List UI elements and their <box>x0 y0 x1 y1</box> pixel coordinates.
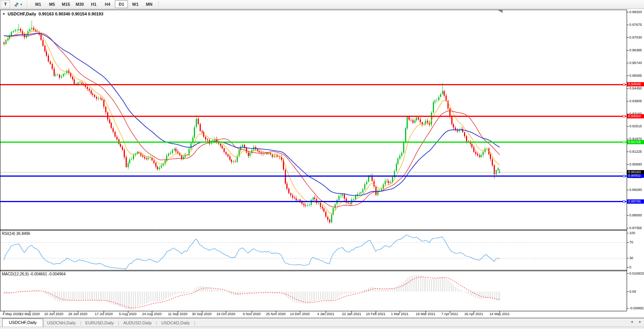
status-strip <box>0 327 644 329</box>
price-axis-tick: 0.94450 <box>629 86 642 90</box>
chart-title: ▼ USDCHF,Daily 0.90163 0.90340 0.90154 0… <box>2 12 103 16</box>
chart-tabs: USDCHF,DailyUSDCNH,Daily|EURUSD,Daily|AU… <box>0 319 195 327</box>
timeframe-button-w1[interactable]: W1 <box>129 0 142 8</box>
price-axis-tick: 0.98320 <box>629 10 642 14</box>
macd-axis-tick: 0.010933 <box>629 272 644 275</box>
current-price-badge: 0.90193 <box>627 170 644 174</box>
rsi-axis-tick: 100 <box>629 231 635 235</box>
tab-scroll-controls: ◄ ► <box>630 320 642 324</box>
hline-price-badge: 0.93024 <box>627 114 644 118</box>
date-axis-label: 11 Sep 2020 <box>168 312 187 316</box>
toolbar: T ▾ M1M5M15M30H1H4D1W1MN <box>0 0 644 9</box>
dropdown-caret-icon: ▾ <box>20 3 22 6</box>
price-axis-tick: 0.93805 <box>629 99 642 103</box>
toolbar-grip <box>27 1 29 7</box>
macd-axis-tick: 0.00 <box>629 290 636 294</box>
date-axis-label: 22 Jan 2021 <box>342 312 362 316</box>
date-axis-label: 1 Mar 2021 <box>391 312 409 316</box>
date-axis-label: 14 May 2021 <box>489 312 509 316</box>
date-axis-label: 30 Sep 2020 <box>192 312 212 316</box>
date-axis-label: 29 Jun 2020 <box>68 312 87 316</box>
toolbar-separator <box>158 1 159 8</box>
date-axis-label: 25 Nov 2020 <box>266 312 286 316</box>
price-axis-tick: 0.87355 <box>629 226 642 230</box>
price-axis-tick: 0.97675 <box>629 23 642 27</box>
price-axis-tick: 0.88000 <box>629 213 642 217</box>
rsi-axis-tick: 0 <box>629 265 631 269</box>
timeframe-button-h1[interactable]: H1 <box>87 0 100 8</box>
timeframe-button-m5[interactable]: M5 <box>45 0 59 8</box>
date-axis-label: 6 Nov 2020 <box>243 312 261 316</box>
date-axis-label: 26 Apr 2021 <box>464 312 483 316</box>
hline-price-badge: 0.91718 <box>627 140 644 144</box>
arrows-icon <box>13 2 20 7</box>
date-axis-label: 14 Dec 2020 <box>290 312 309 316</box>
timeframe-button-h4[interactable]: H4 <box>101 0 114 8</box>
rsi-indicator-label: RSI(14) 36.8496 <box>2 231 30 236</box>
hline-price-badge: 0.90002 <box>627 174 644 178</box>
date-axis-label: 24 Aug 2020 <box>142 312 162 316</box>
price-axis-tick: 0.97030 <box>629 35 642 39</box>
hline-price-badge: 0.88706 <box>627 199 644 204</box>
hline-price-badge: 0.94648 <box>627 82 644 86</box>
price-axis-tick: 0.95095 <box>629 74 642 78</box>
timeframe-button-d1[interactable]: D1 <box>115 0 128 8</box>
timeframe-button-m1[interactable]: M1 <box>32 0 45 8</box>
date-axis-label: 4 Jan 2021 <box>317 312 335 316</box>
date-axis-label: 19 Oct 2020 <box>216 312 235 316</box>
macd-indicator-label: MACD(12,26,9) -0.004661 -0.004964 <box>2 272 66 276</box>
arrows-tool-button[interactable]: ▾ <box>11 0 25 8</box>
timeframe-button-m15[interactable]: M15 <box>59 0 72 8</box>
chart-shift-marker-icon[interactable] <box>498 10 503 13</box>
timeframe-button-m30[interactable]: M30 <box>73 0 86 8</box>
chart-tab-usdchf[interactable]: USDCHF,Daily <box>2 319 43 327</box>
chart-tab-usdcnh[interactable]: USDCNH,Daily <box>43 319 80 327</box>
price-axis-tick: 0.89290 <box>629 188 642 192</box>
chart-symbol-label: USDCHF,Daily <box>8 12 36 16</box>
date-axis-label: 10 Feb 2021 <box>366 312 386 316</box>
chart-tab-usdcad[interactable]: USDCAD,Daily <box>157 319 193 327</box>
symbol-menu-icon[interactable]: ▼ <box>2 12 5 16</box>
date-axis-label: 22 May 2020 <box>20 312 40 316</box>
timeframe-button-mn[interactable]: MN <box>143 0 156 8</box>
chart-ohlc-values: 0.90163 0.90340 0.90154 0.90193 <box>39 12 103 16</box>
price-axis-tick: 0.92515 <box>629 124 642 128</box>
price-axis-tick: 0.96385 <box>629 48 642 52</box>
text-tool-button[interactable]: T <box>1 0 10 8</box>
date-axis-label: 5 Aug 2020 <box>119 312 137 316</box>
rsi-axis-tick: 30 <box>629 256 633 260</box>
price-axis-tick: 0.95740 <box>629 61 642 65</box>
chart-tab-eurusd[interactable]: EURUSD,Daily <box>81 319 118 327</box>
tab-scroll-right-icon[interactable]: ► <box>639 320 642 324</box>
date-axis-label: 7 Apr 2021 <box>441 312 458 316</box>
tab-scroll-left-icon[interactable]: ◄ <box>630 320 633 324</box>
date-axis-label: 4 May 2020 <box>2 312 20 316</box>
chart-tab-bar: USDCHF,DailyUSDCNH,Daily|EURUSD,Daily|AU… <box>0 318 644 327</box>
price-axis-tick: 0.91225 <box>629 150 642 154</box>
timeframe-group: M1M5M15M30H1H4D1W1MN <box>32 0 156 8</box>
rsi-axis-tick: 70 <box>629 240 633 244</box>
date-axis-label: 19 Mar 2021 <box>416 312 435 316</box>
macd-axis-tick: -0.009653 <box>629 306 644 310</box>
chart-tab-audusd[interactable]: AUDUSD,Daily <box>119 319 156 327</box>
tab-separator: | <box>193 321 195 327</box>
price-axis-tick: 0.90580 <box>629 162 642 166</box>
chart-overlay: ▼ USDCHF,Daily 0.90163 0.90340 0.90154 0… <box>0 0 644 329</box>
date-axis-label: 17 Jul 2020 <box>95 312 113 316</box>
date-axis-label: 10 Jun 2020 <box>44 312 64 316</box>
